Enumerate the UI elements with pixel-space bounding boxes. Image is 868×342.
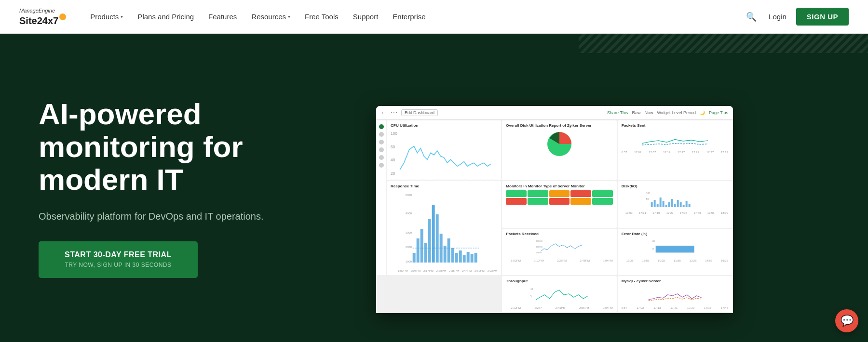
chevron-down-icon: ▾ [288, 14, 290, 19]
nav-item-support[interactable]: Support [353, 13, 379, 21]
svg-rect-16 [432, 205, 435, 263]
hero-title: AI-powered monitoring for modern IT [39, 98, 347, 197]
svg-rect-25 [467, 252, 470, 263]
monitor-cell [506, 190, 527, 197]
svg-rect-31 [653, 200, 655, 207]
svg-rect-40 [679, 202, 681, 207]
mysql-title: MySql - Zyiker Server [622, 279, 728, 283]
cpu-card-title: CPU Utilization [391, 123, 497, 128]
svg-text:6000: 6000 [406, 194, 412, 197]
svg-rect-22 [455, 253, 458, 263]
svg-text:60: 60 [391, 145, 395, 149]
svg-rect-13 [420, 229, 423, 263]
svg-rect-15 [428, 219, 431, 263]
error-rate-labels: 17:2518:5510:2511:5513:2514:5516:25 [622, 259, 728, 262]
login-link[interactable]: Login [769, 13, 787, 21]
svg-rect-37 [671, 199, 673, 207]
svg-rect-43 [688, 204, 690, 207]
svg-rect-23 [459, 250, 462, 263]
mysql-card: MySql - Zyiker Server 6:5717:0217:1317:2… [618, 276, 732, 312]
logo-badge [59, 13, 66, 20]
svg-rect-11 [413, 253, 416, 263]
svg-text:40: 40 [391, 158, 395, 162]
sidebar-dot[interactable] [379, 132, 384, 137]
svg-rect-26 [471, 254, 474, 263]
svg-rect-19 [444, 246, 447, 263]
monitors-title: Monitors in Monitor Type of Server Monit… [506, 184, 612, 188]
sidebar-dot[interactable] [379, 124, 384, 129]
response-time-card: Response Time 6000 4000 3000 2000 1000 [387, 181, 501, 275]
monitor-cell [592, 190, 613, 197]
monitor-cell [528, 190, 548, 197]
monitor-cell [570, 190, 591, 197]
nav-actions: 🔍 Login SIGN UP [744, 8, 849, 26]
svg-rect-30 [651, 202, 652, 207]
pie-chart-svg [545, 130, 574, 158]
pie-chart [506, 130, 612, 158]
cpu-chart: 100 60 40 20 [391, 130, 497, 176]
svg-rect-32 [656, 204, 658, 207]
dashboard-mockup: ← · · · Edit Dashboard Share This Raw No… [376, 106, 733, 313]
search-button[interactable]: 🔍 [744, 9, 759, 25]
packets-sent-title: Packets Sent [622, 123, 728, 128]
svg-text:3000: 3000 [406, 231, 412, 234]
disk-utilization-card: Overall Disk Utilization Report of Zyike… [502, 120, 616, 180]
svg-text:2000: 2000 [406, 246, 412, 249]
cpu-time-labels: 2:08PM2:15PM2:24PM2:33PM2:42PM2:51PM3:00… [391, 179, 497, 180]
cta-trial-button[interactable]: START 30-DAY FREE TRIAL TRY NOW, SIGN UP… [39, 241, 198, 278]
period-label[interactable]: Widget Level Period [657, 110, 696, 115]
logo-product: Site24x7 [19, 13, 66, 26]
svg-text:50000: 50000 [536, 251, 542, 254]
nav-item-plans[interactable]: Plans and Pricing [137, 13, 194, 21]
response-labels: 1:59PM2:08PM2:17PM2:28PM2:35PM2:44PM2:53… [391, 269, 497, 272]
page-tips[interactable]: Page Tips [709, 110, 728, 115]
sidebar-dot[interactable] [379, 140, 384, 145]
logo[interactable]: ManageEngine Site24x7 [19, 8, 66, 26]
chat-widget[interactable]: 💬 [835, 309, 858, 332]
svg-rect-21 [451, 248, 454, 263]
hero-left: AI-powered monitoring for modern IT Obse… [0, 34, 376, 342]
svg-rect-39 [677, 200, 678, 207]
share-label[interactable]: Share This [607, 110, 628, 115]
error-rate-chart: 100 50 [622, 238, 728, 257]
sidebar-dot[interactable] [379, 147, 384, 152]
svg-text:100: 100 [391, 131, 397, 136]
edit-dashboard-button[interactable]: Edit Dashboard [401, 109, 438, 116]
svg-text:5: 5 [530, 295, 532, 298]
packets-recv-chart: 150000 100000 50000 [506, 238, 612, 257]
svg-text:150000: 150000 [536, 240, 543, 242]
svg-text:50: 50 [651, 248, 654, 250]
error-rate-card: Error Rate (%) 100 50 17:2518:5510:2511:… [618, 229, 732, 276]
svg-rect-18 [440, 234, 443, 263]
nav-item-resources[interactable]: Resources ▾ [251, 13, 290, 21]
monitor-cell [592, 198, 613, 205]
back-arrow-icon[interactable]: ← [381, 109, 387, 116]
packets-recv-labels: 5:52PM2:10PM2:28PM2:46PM3:04PM [506, 259, 612, 262]
sidebar-dot[interactable] [379, 163, 384, 168]
svg-text:1000: 1000 [406, 260, 412, 263]
svg-text:20: 20 [391, 171, 395, 176]
chat-icon: 💬 [841, 315, 854, 327]
dashboard-dots: · · · [391, 110, 397, 115]
svg-rect-12 [417, 238, 420, 263]
svg-rect-14 [424, 243, 427, 263]
signup-button[interactable]: SIGN UP [796, 8, 849, 26]
nav-item-enterprise[interactable]: Enterprise [393, 13, 425, 21]
packets-recv-title: Packets Received [506, 232, 612, 236]
monitor-cell [506, 198, 527, 205]
hero-right: ← · · · Edit Dashboard Share This Raw No… [376, 34, 868, 342]
svg-text:100000: 100000 [536, 246, 543, 248]
monitor-cell [570, 198, 591, 205]
sidebar-dot[interactable] [379, 155, 384, 160]
mysql-chart [622, 285, 728, 304]
svg-rect-24 [463, 255, 466, 263]
dashboard-controls: Share This Raw Now Widget Level Period 🌙… [607, 110, 728, 115]
disk-util-title: Overall Disk Utilization Report of Zyike… [506, 123, 612, 128]
svg-text:4000: 4000 [406, 212, 412, 215]
nav-item-features[interactable]: Features [208, 13, 237, 21]
svg-rect-36 [668, 202, 670, 207]
svg-rect-42 [685, 201, 687, 207]
nav-item-products[interactable]: Products ▾ [90, 13, 123, 21]
disk-io-title: Disk(I/O) [622, 184, 728, 188]
nav-item-free-tools[interactable]: Free Tools [305, 13, 339, 21]
